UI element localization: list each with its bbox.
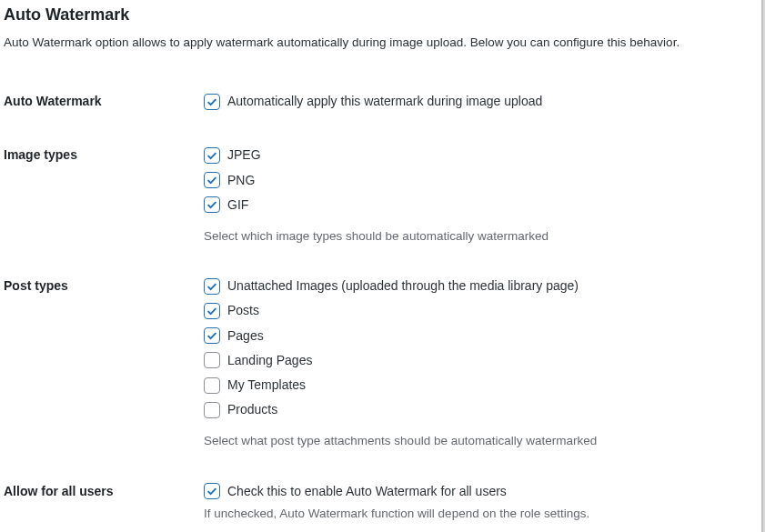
checkbox[interactable] — [204, 303, 220, 319]
row-allow-all: Allow for all users Check this to enable… — [4, 467, 752, 532]
checkbox-label[interactable]: Pages — [227, 325, 264, 347]
check-icon — [206, 149, 218, 162]
list-item: Landing Pages — [204, 349, 752, 372]
checkbox[interactable] — [204, 278, 220, 295]
list-item: PNG — [204, 169, 752, 192]
image-types-list: JPEGPNGGIF — [204, 144, 752, 216]
label-image-types: Image types — [4, 131, 204, 262]
checkbox-label[interactable]: Unattached Images (uploaded through the … — [227, 275, 579, 297]
check-icon — [206, 305, 218, 317]
list-item: JPEG — [204, 144, 752, 166]
checkbox-label[interactable]: Landing Pages — [227, 349, 312, 372]
post-types-list: Unattached Images (uploaded through the … — [204, 275, 752, 421]
checkbox-label[interactable]: My Templates — [227, 374, 306, 396]
option-allow-all: Check this to enable Auto Watermark for … — [204, 480, 752, 503]
check-icon — [206, 198, 218, 211]
page-description: Auto Watermark option allows to apply wa… — [4, 34, 752, 52]
list-item: Unattached Images (uploaded through the … — [204, 275, 752, 297]
list-item: Pages — [204, 325, 752, 347]
checkbox-label[interactable]: Automatically apply this watermark durin… — [227, 90, 542, 113]
check-icon — [206, 174, 218, 186]
checkbox[interactable] — [204, 352, 220, 368]
checkbox[interactable] — [204, 147, 220, 164]
checkbox[interactable] — [204, 327, 220, 344]
checkbox[interactable] — [204, 402, 220, 418]
check-icon — [206, 329, 218, 342]
settings-form: Auto Watermark Automatically apply this … — [4, 77, 752, 532]
label-allow-all: Allow for all users — [4, 467, 204, 532]
checkbox-label[interactable]: GIF — [227, 194, 248, 216]
checkbox[interactable] — [204, 196, 220, 213]
check-icon — [206, 280, 218, 293]
list-item: GIF — [204, 194, 752, 216]
checkbox[interactable] — [204, 377, 220, 394]
checkbox-allow-all[interactable] — [204, 483, 220, 499]
checkbox[interactable] — [204, 172, 220, 188]
checkbox-label[interactable]: Check this to enable Auto Watermark for … — [227, 480, 507, 503]
settings-panel: Auto Watermark Auto Watermark option all… — [0, 0, 765, 532]
list-item: My Templates — [204, 374, 752, 396]
list-item: Posts — [204, 299, 752, 322]
post-types-hint: Select what post type attachments should… — [204, 432, 752, 450]
option-auto-watermark: Automatically apply this watermark durin… — [204, 90, 752, 113]
label-auto-watermark: Auto Watermark — [4, 77, 204, 131]
check-icon — [206, 485, 218, 497]
list-item: Products — [204, 398, 752, 421]
allow-all-hint: If unchecked, Auto Watermark function wi… — [204, 505, 752, 523]
checkbox-label[interactable]: Products — [227, 398, 277, 421]
row-image-types: Image types JPEGPNGGIF Select which imag… — [4, 131, 752, 262]
checkbox-label[interactable]: Posts — [227, 299, 259, 322]
label-post-types: Post types — [4, 262, 204, 467]
checkbox-label[interactable]: JPEG — [227, 144, 261, 166]
check-icon — [206, 95, 218, 108]
checkbox-label[interactable]: PNG — [227, 169, 255, 192]
row-auto-watermark: Auto Watermark Automatically apply this … — [4, 77, 752, 131]
checkbox-auto-watermark[interactable] — [204, 94, 220, 110]
page-title: Auto Watermark — [4, 4, 752, 25]
row-post-types: Post types Unattached Images (uploaded t… — [4, 262, 752, 467]
image-types-hint: Select which image types should be autom… — [204, 227, 752, 246]
